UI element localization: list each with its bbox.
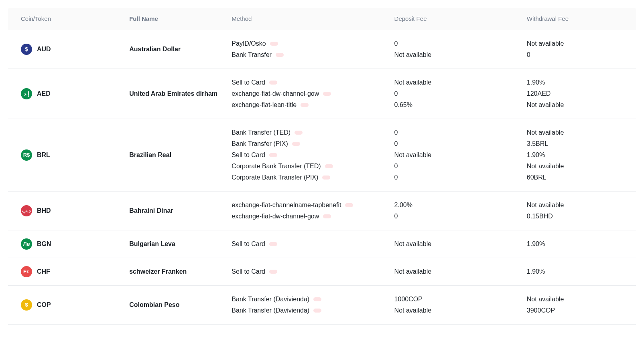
withdrawal-fee-value: Not available (527, 38, 623, 49)
coin-symbol: BRL (37, 150, 50, 160)
deposit-fee-value: 0 (394, 172, 527, 183)
coin-symbol: CHF (37, 267, 50, 276)
withdrawal-fee-value: 120AED (527, 88, 623, 99)
table-row[interactable]: $COPColombian PesoBank Transfer (Davivie… (8, 286, 636, 325)
withdrawal-fee-cell: Not available0.15BHD (527, 200, 623, 222)
coin-symbol: BGN (37, 239, 51, 249)
method-line: Bank Transfer (Davivienda) (232, 294, 394, 305)
method-line: Bank Transfer (PIX) (232, 138, 394, 149)
status-pill-icon (313, 309, 321, 313)
table-row[interactable]: $AUDAustralian DollarPayID/OskoBank Tran… (8, 30, 636, 69)
status-pill-icon (345, 203, 353, 207)
deposit-fee-cell: Not available00.65% (394, 77, 527, 111)
status-pill-icon (270, 42, 278, 46)
status-pill-icon (269, 81, 277, 85)
header-full-name: Full Name (129, 14, 232, 24)
currency-icon: R$ (21, 149, 32, 161)
deposit-fee-value: Not available (394, 49, 527, 61)
status-pill-icon (301, 103, 309, 107)
deposit-fee-cell: Not available (394, 266, 527, 277)
method-label: Bank Transfer (Davivienda) (232, 306, 309, 315)
full-name-cell: Brazilian Real (129, 150, 232, 160)
coin-cell: ЛвBGN (21, 238, 129, 250)
header-deposit-fee: Deposit Fee (394, 14, 527, 24)
status-pill-icon (276, 53, 284, 57)
method-cell: Bank Transfer (Davivienda)Bank Transfer … (232, 294, 394, 316)
method-label: Bank Transfer (Davivienda) (232, 295, 309, 304)
method-cell: Sell to Card (232, 238, 394, 250)
withdrawal-fee-value: 1.90% (527, 149, 623, 161)
withdrawal-fee-value: 3.5BRL (527, 138, 623, 149)
deposit-fee-cell: Not available (394, 238, 527, 250)
method-line: exchange-fiat-dw-channel-gow (232, 88, 394, 99)
status-pill-icon (292, 142, 300, 146)
status-pill-icon (269, 270, 277, 274)
method-line: Bank Transfer (232, 49, 394, 61)
full-name-cell: Bulgarian Leva (129, 239, 232, 249)
table-row[interactable]: إ.دAEDUnited Arab Emirates dirhamSell to… (8, 69, 636, 119)
deposit-fee-value: Not available (394, 77, 527, 88)
method-label: Corporate Bank Transfer (TED) (232, 161, 321, 171)
method-label: Bank Transfer (TED) (232, 128, 291, 137)
full-name-cell: Colombian Peso (129, 300, 232, 310)
withdrawal-fee-value: Not available (527, 161, 623, 172)
coin-cell: إ.دAED (21, 88, 129, 99)
deposit-fee-cell: 00Not available00 (394, 127, 527, 183)
method-label: Bank Transfer (PIX) (232, 139, 288, 149)
currency-icon: Лв (21, 238, 32, 250)
method-cell: Sell to Card (232, 266, 394, 277)
table-row[interactable]: د.بBHDBahraini Dinarexchange-fiat-channe… (8, 192, 636, 230)
status-pill-icon (322, 176, 330, 180)
withdrawal-fee-value: 1.90% (527, 238, 623, 250)
table-header-row: Coin/Token Full Name Method Deposit Fee … (8, 8, 636, 30)
deposit-fee-value: 0 (394, 211, 527, 222)
deposit-fee-value: Not available (394, 238, 527, 250)
method-label: exchange-fiat-dw-channel-gow (232, 89, 319, 99)
coin-cell: R$BRL (21, 149, 129, 161)
method-label: PayID/Osko (232, 39, 266, 48)
withdrawal-fee-value: Not available (527, 99, 623, 111)
method-line: PayID/Osko (232, 38, 394, 49)
method-line: Sell to Card (232, 238, 394, 250)
table-row[interactable]: Fr.CHFschweizer FrankenSell to CardNot a… (8, 258, 636, 286)
method-label: exchange-fiat-dw-channel-gow (232, 212, 319, 221)
withdrawal-fee-value: 0.15BHD (527, 211, 623, 222)
coin-symbol: AED (37, 89, 51, 99)
withdrawal-fee-value: 1.90% (527, 266, 623, 277)
withdrawal-fee-cell: Not available3.5BRL1.90%Not available60B… (527, 127, 623, 183)
header-method: Method (232, 14, 394, 24)
withdrawal-fee-value: Not available (527, 127, 623, 138)
status-pill-icon (269, 242, 277, 246)
withdrawal-fee-value: 3900COP (527, 305, 623, 316)
currency-icon: Fr. (21, 266, 32, 277)
withdrawal-fee-value: Not available (527, 200, 623, 211)
deposit-fee-value: 0 (394, 88, 527, 99)
full-name-cell: Australian Dollar (129, 44, 232, 54)
status-pill-icon (295, 131, 303, 135)
coin-cell: د.بBHD (21, 205, 129, 216)
status-pill-icon (323, 92, 331, 96)
method-label: exchange-fiat-lean-title (232, 100, 297, 110)
table-row[interactable]: R$BRLBrazilian RealBank Transfer (TED)Ba… (8, 119, 636, 192)
method-line: Sell to Card (232, 266, 394, 277)
method-line: exchange-fiat-lean-title (232, 99, 394, 111)
status-pill-icon (313, 297, 321, 301)
table-row[interactable]: ЛвBGNBulgarian LevaSell to CardNot avail… (8, 230, 636, 258)
method-label: Sell to Card (232, 239, 265, 249)
coin-symbol: BHD (37, 206, 51, 216)
withdrawal-fee-cell: Not available3900COP (527, 294, 623, 316)
method-label: Sell to Card (232, 150, 265, 160)
deposit-fee-value: 2.00% (394, 200, 527, 211)
currency-icon: إ.د (21, 88, 32, 99)
status-pill-icon (325, 164, 333, 168)
header-coin: Coin/Token (21, 14, 129, 24)
method-cell: PayID/OskoBank Transfer (232, 38, 394, 61)
deposit-fee-value: 0.65% (394, 99, 527, 111)
method-line: Bank Transfer (TED) (232, 127, 394, 138)
coin-cell: Fr.CHF (21, 266, 129, 277)
method-label: Sell to Card (232, 78, 265, 87)
method-line: Bank Transfer (Davivienda) (232, 305, 394, 316)
method-cell: Bank Transfer (TED)Bank Transfer (PIX)Se… (232, 127, 394, 183)
withdrawal-fee-value: Not available (527, 294, 623, 305)
withdrawal-fee-cell: 1.90%120AEDNot available (527, 77, 623, 111)
